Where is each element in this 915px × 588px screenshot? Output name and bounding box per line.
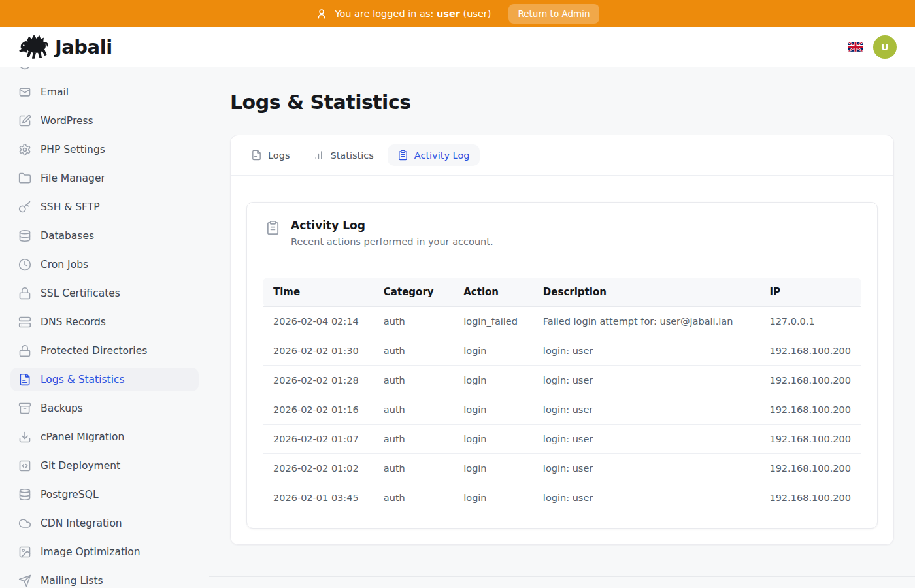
footer-divider xyxy=(209,576,915,577)
column-header-action: Action xyxy=(453,278,533,307)
table-cell: 192.168.100.200 xyxy=(759,336,861,366)
table-cell: 2026-02-02 01:07 xyxy=(263,425,373,454)
tab-bar: LogsStatisticsActivity Log xyxy=(231,135,893,176)
table-cell: login: user xyxy=(533,483,759,513)
table-cell: login_failed xyxy=(453,307,533,336)
database-icon xyxy=(18,229,31,242)
tab-logs[interactable]: Logs xyxy=(241,144,299,166)
table-cell: 192.168.100.200 xyxy=(759,395,861,425)
tab-label: Statistics xyxy=(330,150,373,161)
mail-icon xyxy=(18,86,31,99)
page-title: Logs & Statistics xyxy=(230,91,894,114)
table-cell: 127.0.0.1 xyxy=(759,307,861,336)
table-row: 2026-02-02 01:02authloginlogin: user192.… xyxy=(263,454,861,483)
logged-in-role: (user) xyxy=(463,8,491,19)
table-cell: auth xyxy=(373,366,453,395)
send-icon xyxy=(18,574,31,587)
sidebar-item-label: Protected Directories xyxy=(41,345,147,357)
sidebar-item-mailing-lists[interactable]: Mailing Lists xyxy=(10,569,199,587)
logged-in-text: You are logged in as: user (user) xyxy=(335,8,491,19)
table-cell: 192.168.100.200 xyxy=(759,366,861,395)
table-row: 2026-02-04 02:14authlogin_failedFailed l… xyxy=(263,307,861,336)
sidebar-item-label: DNS Records xyxy=(41,316,106,328)
sidebar-item-backups[interactable]: Backups xyxy=(10,397,199,420)
main-content: Logs & Statistics LogsStatisticsActivity… xyxy=(209,67,915,587)
clock-icon xyxy=(18,258,31,271)
sidebar-item-logs-statistics[interactable]: Logs & Statistics xyxy=(10,368,199,391)
brand[interactable]: Jabali xyxy=(18,33,112,61)
tab-statistics[interactable]: Statistics xyxy=(303,144,383,166)
admin-impersonation-bar: You are logged in as: user (user) Return… xyxy=(0,0,915,27)
table-cell: auth xyxy=(373,336,453,366)
table-row: 2026-02-02 01:30authloginlogin: user192.… xyxy=(263,336,861,366)
table-cell: auth xyxy=(373,307,453,336)
table-cell: Failed login attempt for: user@jabali.la… xyxy=(533,307,759,336)
sidebar-item-postgresql[interactable]: PostgreSQL xyxy=(10,483,199,506)
archive-icon xyxy=(18,402,31,415)
uk-flag-icon[interactable] xyxy=(848,42,863,52)
table-cell: auth xyxy=(373,395,453,425)
activity-log-table: TimeCategoryActionDescriptionIP 2026-02-… xyxy=(263,278,861,512)
sidebar-item-ssh-sftp[interactable]: SSH & SFTP xyxy=(10,195,199,219)
table-header-row: TimeCategoryActionDescriptionIP xyxy=(263,278,861,307)
sidebar-item-dns-records[interactable]: DNS Records xyxy=(10,310,199,334)
sidebar-item-protected-directories[interactable]: Protected Directories xyxy=(10,339,199,363)
sidebar-item-label: Image Optimization xyxy=(41,546,141,558)
sidebar-item-git-deployment[interactable]: Git Deployment xyxy=(10,454,199,478)
logged-in-username: user xyxy=(437,8,460,19)
table-cell: 2026-02-02 01:28 xyxy=(263,366,373,395)
table-cell: 192.168.100.200 xyxy=(759,454,861,483)
sidebar-item-label: WordPress xyxy=(41,115,93,127)
sidebar-item-label: Backups xyxy=(41,402,83,414)
column-header-time: Time xyxy=(263,278,373,307)
table-cell: login xyxy=(453,454,533,483)
table-row: 2026-02-02 01:28authloginlogin: user192.… xyxy=(263,366,861,395)
logs-statistics-panel: LogsStatisticsActivity Log Activity Log … xyxy=(230,135,894,545)
app-header: Jabali U xyxy=(0,27,915,67)
avatar[interactable]: U xyxy=(873,35,897,59)
table-cell: login: user xyxy=(533,336,759,366)
sidebar-item-cron-jobs[interactable]: Cron Jobs xyxy=(10,253,199,276)
sidebar-nav: EmailWordPressPHP SettingsFile ManagerSS… xyxy=(10,67,199,587)
return-to-admin-button[interactable]: Return to Admin xyxy=(508,4,600,24)
brand-name: Jabali xyxy=(55,36,112,58)
sidebar-item-email[interactable]: Email xyxy=(10,80,199,104)
sidebar-item-wordpress[interactable]: WordPress xyxy=(10,109,199,133)
column-header-ip: IP xyxy=(759,278,861,307)
lock-icon xyxy=(18,287,31,300)
sidebar-item-label: Git Deployment xyxy=(41,460,120,472)
sidebar-item-databases[interactable]: Databases xyxy=(10,224,199,248)
table-cell: login: user xyxy=(533,366,759,395)
sidebar-item-label: Mailing Lists xyxy=(41,575,103,587)
sidebar-item-cdn-integration[interactable]: CDN Integration xyxy=(10,512,199,535)
key-icon xyxy=(18,201,31,214)
card-subtitle: Recent actions performed in your account… xyxy=(291,237,493,247)
sidebar-item-label: Databases xyxy=(41,230,94,242)
table-cell: login xyxy=(453,395,533,425)
sidebar-item-cpanel-migration[interactable]: cPanel Migration xyxy=(10,425,199,449)
activity-log-card: Activity Log Recent actions performed in… xyxy=(246,202,878,529)
gear-icon xyxy=(18,143,31,156)
cloud-icon xyxy=(18,517,31,530)
sidebar-item-label: CDN Integration xyxy=(41,517,122,529)
database-icon xyxy=(18,488,31,501)
table-cell: login xyxy=(453,483,533,513)
table-row: 2026-02-02 01:16authloginlogin: user192.… xyxy=(263,395,861,425)
table-cell: auth xyxy=(373,425,453,454)
server-icon xyxy=(18,316,31,329)
user-icon xyxy=(316,8,327,20)
sidebar-item-ssl-certificates[interactable]: SSL Certificates xyxy=(10,282,199,305)
sidebar-item-label: File Manager xyxy=(41,172,105,184)
file-icon xyxy=(251,150,262,161)
sidebar-item-image-optimization[interactable]: Image Optimization xyxy=(10,540,199,564)
sidebar-item-php-settings[interactable]: PHP Settings xyxy=(10,138,199,161)
table-cell: 2026-02-02 01:30 xyxy=(263,336,373,366)
boar-icon xyxy=(18,33,50,61)
image-icon xyxy=(18,546,31,559)
folder-icon xyxy=(18,172,31,185)
sidebar-item-file-manager[interactable]: File Manager xyxy=(10,167,199,190)
tab-activity-log[interactable]: Activity Log xyxy=(388,144,480,166)
download-icon xyxy=(18,431,31,444)
edit-icon xyxy=(18,114,31,127)
sidebar-item-partial[interactable] xyxy=(10,67,199,75)
